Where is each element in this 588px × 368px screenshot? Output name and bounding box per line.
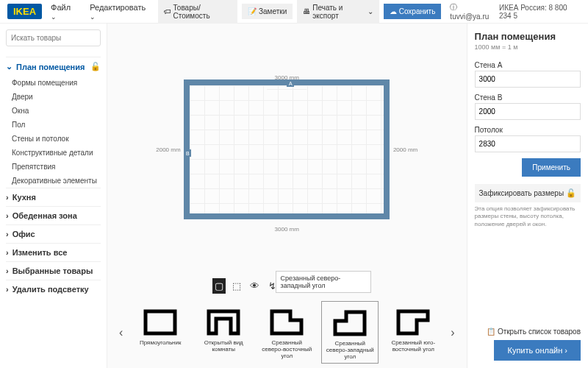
shape-option[interactable]: Срезанный северо-восточный угол	[258, 301, 315, 364]
btn-notes[interactable]: 📝 Заметки	[242, 4, 293, 19]
shapes-next[interactable]: ›	[448, 326, 457, 339]
region-info: ИКЕА Россия: 8 800 234 5	[499, 4, 581, 20]
room-plan[interactable]: 3000 mm 3000 mm 2000 mm 2000 mm A B	[184, 79, 390, 219]
section-plan[interactable]: План помещения🔓	[6, 57, 101, 76]
tool-2d[interactable]: ▢	[212, 278, 226, 294]
sidebar-section[interactable]: Обеденная зона	[6, 206, 101, 224]
sidebar-sub[interactable]: Конструктивные детали	[6, 146, 101, 160]
sidebar-section[interactable]: Удалить подсветку	[6, 280, 101, 298]
sidebar-section[interactable]: Выбранные товары	[6, 261, 101, 280]
input-ceiling[interactable]	[475, 135, 581, 152]
shape-option[interactable]: Срезанный юго-восточный угол	[384, 301, 442, 364]
btn-save[interactable]: ☁ Сохранить	[384, 4, 442, 19]
dim-bottom: 3000 mm	[275, 226, 299, 233]
user-email[interactable]: ⓘ tuvvi@ya.ru	[450, 2, 495, 21]
sidebar-section[interactable]: Кухня	[6, 188, 101, 206]
logo[interactable]: IKEA	[7, 4, 42, 19]
shape-option[interactable]: Прямоугольник	[132, 301, 189, 364]
shape-option[interactable]: Открытый вид комнаты	[195, 301, 252, 364]
input-wall-b[interactable]	[475, 103, 581, 120]
sidebar-sub[interactable]: Стены и потолок	[6, 132, 101, 146]
hint-text: Эта опция позволяет зафиксировать размер…	[475, 205, 581, 228]
apply-button[interactable]: Применить	[522, 158, 581, 177]
open-list-link[interactable]: 📋 Открыть список товаров	[463, 328, 581, 336]
sidebar-section[interactable]: Офис	[6, 224, 101, 243]
panel-title: План помещения	[475, 31, 581, 42]
dim-right: 2000 mm	[393, 146, 417, 153]
btn-products[interactable]: 🏷 Товары/Стоимость	[158, 0, 237, 24]
sidebar-sub[interactable]: Окна	[6, 104, 101, 118]
shape-option[interactable]: Срезанный северо-западный угол	[321, 301, 379, 364]
menu-edit[interactable]: Редактировать ⌄	[85, 0, 153, 24]
sidebar-sub[interactable]: Препятствия	[6, 160, 101, 174]
search-input[interactable]	[6, 29, 101, 46]
buy-button[interactable]: Купить онлайн ›	[494, 340, 581, 361]
lock-icon: 🔓	[90, 62, 101, 71]
input-wall-a[interactable]	[475, 71, 581, 88]
tooltip: Срезанный северо-западный угол	[276, 271, 371, 293]
tool-view[interactable]: 👁	[248, 278, 262, 294]
wall-label-b: B	[184, 149, 191, 157]
sidebar-sub[interactable]: Формы помещения	[6, 76, 101, 90]
sidebar-section[interactable]: Изменить все	[6, 243, 101, 261]
sidebar-sub[interactable]: Двери	[6, 90, 101, 104]
tool-3d[interactable]: ⬚	[230, 278, 243, 294]
dim-left: 2000 mm	[156, 146, 180, 153]
shapes-prev[interactable]: ‹	[116, 326, 126, 339]
btn-print[interactable]: 🖶 Печать и экспорт ⌄	[297, 0, 379, 24]
scale-info: 1000 мм = 1 м	[475, 43, 581, 51]
sidebar-sub[interactable]: Декоративные элементы	[6, 174, 101, 188]
fix-sizes[interactable]: Зафиксировать размеры🔓	[475, 184, 581, 202]
sidebar-sub[interactable]: Пол	[6, 118, 101, 132]
menu-file[interactable]: Файл ⌄	[46, 0, 81, 24]
wall-label-a: A	[287, 79, 294, 87]
